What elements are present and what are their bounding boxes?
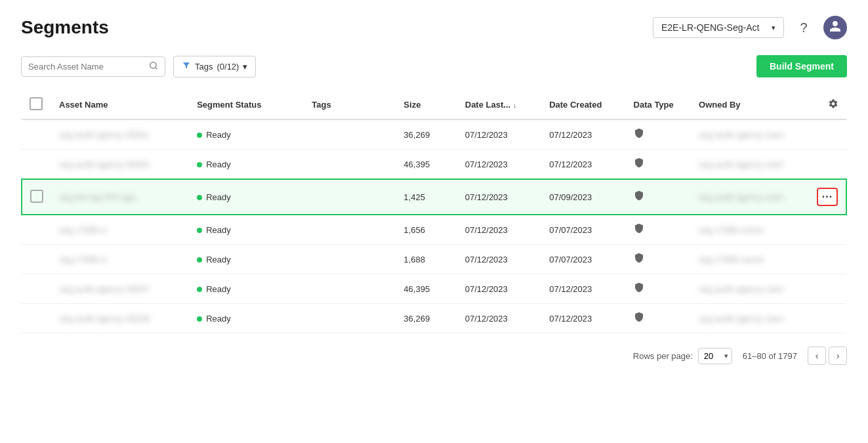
owned-by-cell: seg audit agency ownr: [691, 304, 809, 333]
status-text: Ready: [206, 159, 231, 169]
tags-count: (0/12): [217, 62, 239, 72]
shield-icon: [634, 313, 644, 324]
workspace-selector[interactable]: E2E-LR-QENG-Seg-Act ▾: [653, 17, 784, 38]
status-cell: Ready: [189, 245, 304, 274]
date-last-cell: 07/12/2023: [457, 179, 541, 215]
col-header-size: Size: [396, 91, 457, 119]
tags-cell: [304, 119, 396, 150]
status-indicator: [197, 316, 202, 322]
next-page-button[interactable]: ›: [829, 347, 847, 365]
owned-by-cell: seg audit agency ownr: [691, 179, 809, 215]
status-text: Ready: [206, 192, 231, 202]
build-segment-button[interactable]: Build Segment: [756, 55, 847, 77]
owned-by-cell: seg audit agency ownr: [691, 119, 809, 150]
asset-name: seg audit agency 00001: [59, 130, 150, 140]
gear-icon[interactable]: [828, 101, 838, 111]
ellipsis-icon: ···: [822, 191, 833, 203]
row-checkbox-cell: [22, 179, 51, 215]
col-header-tags: Tags: [304, 91, 396, 119]
date-created-cell: 07/12/2023: [541, 150, 625, 180]
tags-chevron-icon: ▾: [243, 62, 247, 72]
status-cell: Ready: [189, 150, 304, 180]
filter-icon: [182, 61, 191, 72]
row-checkbox-cell: [22, 274, 51, 304]
owned-by-text: seg audit agency ownr: [699, 130, 784, 140]
row-checkbox-cell: [22, 215, 51, 245]
svg-point-0: [150, 62, 156, 68]
asset-name-cell: seg audit agency 00001: [51, 119, 189, 150]
tags-cell: [304, 150, 396, 180]
sort-arrow-icon: ↓: [513, 101, 517, 109]
rows-select-wrap: 20 50 100: [698, 348, 732, 364]
col-header-date-last[interactable]: Date Last...↓: [457, 91, 541, 119]
owned-by-text: seg audit agency ownr: [699, 314, 784, 324]
row-checkbox-cell: [22, 150, 51, 180]
header-checkbox-cell: [22, 91, 51, 119]
date-created-cell: 07/07/2023: [541, 215, 625, 245]
status-text: Ready: [206, 130, 231, 140]
status-text: Ready: [206, 225, 231, 235]
asset-name: seg audit agency 00007: [59, 284, 150, 294]
status-indicator: [197, 287, 202, 292]
date-last-cell: 07/12/2023: [457, 304, 541, 333]
date-last-cell: 07/12/2023: [457, 150, 541, 180]
table-row: seg 17886 dReady1,68807/12/202307/07/202…: [22, 245, 846, 274]
col-header-owned-by: Owned By: [691, 91, 809, 119]
actions-cell: [809, 274, 846, 304]
tags-cell: [304, 304, 396, 333]
status-cell: Ready: [189, 304, 304, 333]
owned-by-cell: seg 17886 owner: [691, 215, 809, 245]
svg-line-1: [155, 67, 157, 69]
data-type-cell: [626, 150, 691, 180]
row-checkbox-cell: [22, 245, 51, 274]
table-row: seg audit agency 00007Ready46,39507/12/2…: [22, 274, 846, 304]
asset-name-cell: seg 17886 d: [51, 215, 189, 245]
table-row: seg 17886 dReady1,65607/12/202307/07/202…: [22, 215, 846, 245]
header: Segments E2E-LR-QENG-Seg-Act ▾ ?: [21, 16, 847, 39]
tags-cell: [304, 245, 396, 274]
date-last-cell: 07/12/2023: [457, 274, 541, 304]
owned-by-text: seg audit agency ownr: [699, 159, 784, 169]
shield-icon: [634, 129, 644, 140]
asset-name-cell: seg audit agency 00008: [51, 304, 189, 333]
row-checkbox[interactable]: [30, 190, 43, 203]
row-checkbox-cell: [22, 119, 51, 150]
actions-cell: [809, 150, 846, 180]
help-button[interactable]: ?: [792, 16, 816, 39]
tags-cell: [304, 179, 396, 215]
date-last-cell: 07/12/2023: [457, 245, 541, 274]
status-text: Ready: [206, 255, 231, 264]
page-navigation: ‹ ›: [808, 347, 847, 365]
chevron-down-icon: ▾: [772, 24, 775, 32]
size-cell: 1,425: [396, 179, 457, 215]
segments-page: Segments E2E-LR-QENG-Seg-Act ▾ ?: [0, 0, 868, 443]
status-indicator: [197, 195, 202, 200]
rows-per-page-control: Rows per page: 20 50 100: [633, 348, 732, 364]
asset-name: seg 17886 d: [59, 255, 106, 264]
date-created-cell: 07/12/2023: [541, 304, 625, 333]
asset-name: seg the tag RTA app: [59, 192, 136, 202]
tags-filter-button[interactable]: Tags (0/12) ▾: [173, 56, 256, 77]
table-row: seg audit agency 00002Ready46,39507/12/2…: [22, 150, 846, 180]
shield-icon: [634, 224, 644, 236]
owned-by-text: seg audit agency ownr: [699, 284, 784, 294]
select-all-checkbox[interactable]: [30, 97, 43, 110]
prev-page-button[interactable]: ‹: [808, 347, 826, 365]
status-indicator: [197, 162, 202, 167]
table-header-row: Asset Name Segment Status Tags Size Date…: [22, 91, 846, 119]
data-type-cell: [626, 215, 691, 245]
table-row: seg the tag RTA appReady1,42507/12/20230…: [22, 179, 846, 215]
date-created-cell: 07/12/2023: [541, 119, 625, 150]
status-text: Ready: [206, 314, 231, 324]
owned-by-text: seg audit agency ownr: [699, 192, 784, 202]
search-input[interactable]: [28, 62, 144, 72]
rows-per-page-select[interactable]: 20 50 100: [698, 348, 732, 364]
size-cell: 36,269: [396, 119, 457, 150]
col-header-gear: [809, 91, 846, 119]
status-cell: Ready: [189, 179, 304, 215]
date-created-cell: 07/09/2023: [541, 179, 625, 215]
owned-by-cell: seg 17886 owner: [691, 245, 809, 274]
row-actions-button[interactable]: ···: [817, 188, 838, 206]
user-avatar-button[interactable]: [823, 16, 847, 39]
person-icon: [829, 20, 842, 36]
